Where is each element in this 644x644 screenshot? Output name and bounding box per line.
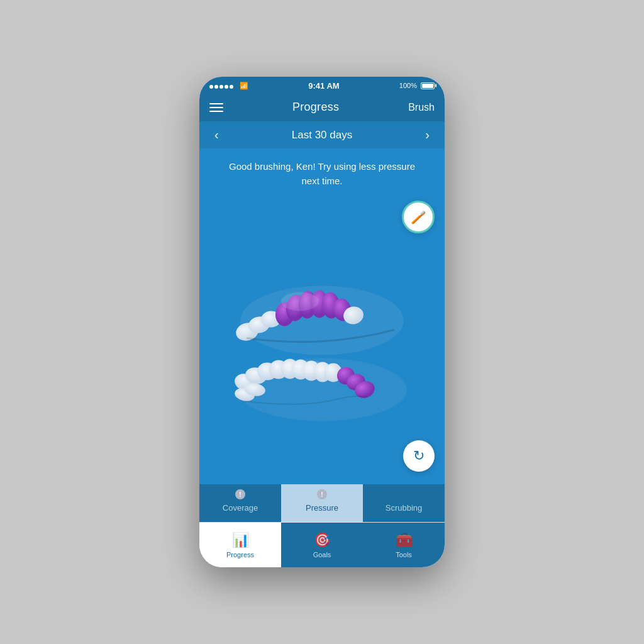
battery-text: 100% (399, 82, 417, 89)
svg-point-11 (281, 292, 319, 311)
teeth-area: 🪥 ↻ (199, 194, 445, 484)
tab-coverage[interactable]: ! Coverage (199, 484, 281, 522)
rotate-button[interactable]: ↻ (403, 440, 435, 472)
battery-fill (422, 84, 433, 88)
battery-icon (421, 82, 435, 89)
brush-button[interactable]: Brush (408, 102, 435, 113)
nav-tools-label: Tools (396, 551, 412, 558)
tab-scrubbing-label: Scrubbing (386, 503, 423, 513)
signal-dots (209, 80, 235, 91)
coverage-alert: ! (235, 489, 245, 499)
period-label: Last 30 days (292, 129, 352, 142)
status-bar: 📶 9:41 AM 100% (199, 77, 445, 94)
svg-point-22 (281, 361, 331, 374)
progress-icon: 📊 (232, 532, 249, 548)
tab-scrubbing[interactable]: Scrubbing (363, 484, 445, 522)
status-right: 100% (399, 82, 435, 89)
tabs-row: ! Coverage ! Pressure Scrubbing (199, 484, 445, 522)
tab-coverage-label: Coverage (223, 503, 258, 513)
tools-icon: 🧰 (396, 532, 413, 548)
goals-icon: 🎯 (314, 532, 331, 548)
header-title: Progress (292, 101, 339, 114)
nav-tools[interactable]: 🧰 Tools (363, 523, 445, 567)
pressure-alert: ! (317, 489, 327, 499)
nav-goals[interactable]: 🎯 Goals (281, 523, 363, 567)
bottom-nav: 📊 Progress 🎯 Goals 🧰 Tools (199, 522, 445, 567)
period-nav: ‹ Last 30 days › (199, 121, 445, 148)
main-content: Good brushing, Ken! Try using less press… (199, 148, 445, 522)
phone-frame: 📶 9:41 AM 100% Progress Brush ‹ Last 30 … (199, 77, 445, 567)
prev-period-button[interactable]: ‹ (209, 128, 224, 142)
teeth-visualization (199, 194, 445, 484)
brush-mode-button[interactable]: 🪥 (402, 201, 435, 233)
toothbrush-icon: 🪥 (411, 209, 426, 225)
tab-pressure-label: Pressure (306, 503, 338, 513)
feedback-message: Good brushing, Ken! Try using less press… (199, 148, 445, 194)
nav-progress-label: Progress (226, 551, 254, 558)
menu-button[interactable] (209, 103, 223, 112)
status-time: 9:41 AM (308, 81, 339, 91)
nav-goals-label: Goals (313, 551, 331, 558)
wifi-icon: 📶 (240, 82, 248, 90)
rotate-icon: ↻ (413, 448, 425, 464)
tab-pressure[interactable]: ! Pressure (281, 484, 363, 522)
app-header: Progress Brush (199, 94, 445, 121)
status-left: 📶 (209, 80, 248, 91)
nav-progress[interactable]: 📊 Progress (199, 523, 281, 567)
next-period-button[interactable]: › (420, 128, 435, 142)
